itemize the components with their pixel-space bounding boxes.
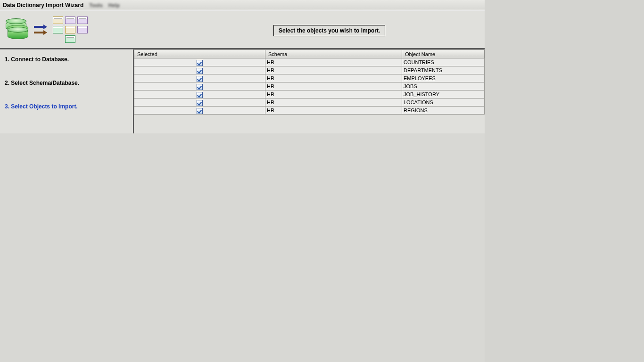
cell-selected[interactable] — [134, 74, 265, 82]
checkbox-icon[interactable] — [197, 76, 203, 82]
banner: Select the objects you wish to import. — [0, 10, 485, 49]
table-row[interactable]: HREMPLOYEES — [134, 74, 485, 82]
cell-schema: HR — [265, 82, 402, 90]
window-title: Data Dictionary Import Wizard — [3, 2, 83, 8]
cell-object: JOB_HISTORY — [402, 90, 485, 99]
main-panel: Selected Schema Object Name HRCOUNTRIESH… — [134, 49, 485, 133]
banner-graphic — [6, 16, 88, 43]
step-connect[interactable]: 1. Connect to Database. — [5, 56, 128, 63]
header-object[interactable]: Object Name — [402, 50, 485, 58]
cell-object: COUNTRIES — [402, 58, 485, 66]
table-row[interactable]: HRREGIONS — [134, 107, 485, 115]
menu-blur-2: Help — [108, 2, 120, 8]
cell-schema: HR — [265, 74, 402, 82]
checkbox-icon[interactable] — [197, 100, 203, 106]
arrow-icon — [34, 25, 47, 34]
step-select-schema[interactable]: 2. Select Schema/Database. — [5, 80, 128, 86]
cell-object: REGIONS — [402, 107, 485, 115]
table-row[interactable]: HRJOB_HISTORY — [134, 90, 485, 99]
instruction-text: Select the objects you wish to import. — [273, 25, 385, 36]
cell-selected[interactable] — [134, 82, 265, 90]
table-row[interactable]: HRLOCATIONS — [134, 99, 485, 107]
cell-object: EMPLOYEES — [402, 74, 485, 82]
table-row[interactable]: HRJOBS — [134, 82, 485, 90]
table-row[interactable]: HRCOUNTRIES — [134, 58, 485, 66]
cell-selected[interactable] — [134, 99, 265, 107]
cell-selected[interactable] — [134, 66, 265, 74]
objects-table: Selected Schema Object Name HRCOUNTRIESH… — [134, 49, 485, 115]
cell-object: DEPARTMENTS — [402, 66, 485, 74]
cell-selected[interactable] — [134, 90, 265, 99]
cell-schema: HR — [265, 99, 402, 107]
cell-schema: HR — [265, 90, 402, 99]
checkbox-icon[interactable] — [197, 108, 203, 114]
cell-schema: HR — [265, 66, 402, 74]
header-selected[interactable]: Selected — [134, 50, 265, 58]
table-row[interactable]: HRDEPARTMENTS — [134, 66, 485, 74]
table-header-row: Selected Schema Object Name — [134, 50, 485, 58]
content-area: 1. Connect to Database. 2. Select Schema… — [0, 49, 485, 133]
checkbox-icon[interactable] — [197, 68, 203, 74]
cell-selected[interactable] — [134, 107, 265, 115]
database-icon — [6, 18, 28, 41]
titlebar: Data Dictionary Import Wizard Tools Help — [0, 0, 485, 10]
steps-sidebar: 1. Connect to Database. 2. Select Schema… — [0, 49, 134, 133]
wizard-window: Data Dictionary Import Wizard Tools Help — [0, 0, 485, 362]
cell-selected[interactable] — [134, 58, 265, 66]
menu-blur-1: Tools — [89, 2, 103, 8]
schema-diagram-icon — [53, 16, 88, 43]
cell-schema: HR — [265, 58, 402, 66]
checkbox-icon[interactable] — [197, 92, 203, 98]
step-select-objects[interactable]: 3. Select Objects to Import. — [5, 103, 128, 110]
cell-object: JOBS — [402, 82, 485, 90]
header-schema[interactable]: Schema — [265, 50, 402, 58]
table-body: HRCOUNTRIESHRDEPARTMENTSHREMPLOYEESHRJOB… — [134, 58, 485, 115]
checkbox-icon[interactable] — [197, 60, 203, 66]
checkbox-icon[interactable] — [197, 84, 203, 90]
cell-schema: HR — [265, 107, 402, 115]
cell-object: LOCATIONS — [402, 99, 485, 107]
